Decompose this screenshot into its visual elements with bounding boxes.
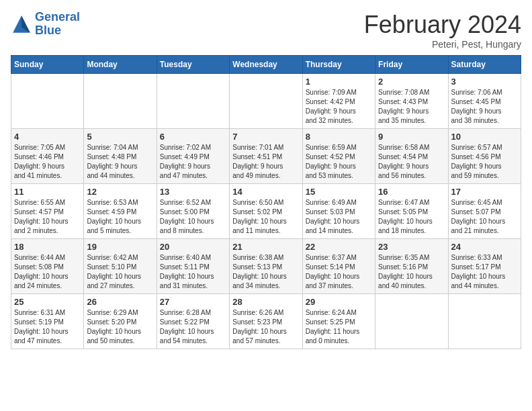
calendar-cell: 25Sunrise: 6:31 AM Sunset: 5:19 PM Dayli…: [11, 294, 84, 349]
calendar-cell: 17Sunrise: 6:45 AM Sunset: 5:07 PM Dayli…: [448, 184, 521, 239]
day-number: 4: [14, 132, 81, 142]
day-info: Sunrise: 7:06 AM Sunset: 4:45 PM Dayligh…: [451, 88, 518, 126]
header-cell-wednesday: Wednesday: [230, 56, 302, 74]
day-number: 11: [14, 187, 81, 197]
calendar-subtitle: Peteri, Pest, Hungary: [364, 39, 521, 50]
calendar-cell: 14Sunrise: 6:50 AM Sunset: 5:02 PM Dayli…: [230, 184, 302, 239]
calendar-cell: [448, 294, 521, 349]
day-number: 3: [451, 77, 518, 87]
day-info: Sunrise: 6:37 AM Sunset: 5:14 PM Dayligh…: [306, 253, 372, 291]
day-info: Sunrise: 6:24 AM Sunset: 5:25 PM Dayligh…: [306, 308, 372, 346]
calendar-cell: 6Sunrise: 7:02 AM Sunset: 4:49 PM Daylig…: [157, 129, 229, 184]
day-info: Sunrise: 6:35 AM Sunset: 5:16 PM Dayligh…: [378, 253, 445, 291]
day-number: 23: [378, 242, 445, 252]
calendar-cell: [375, 294, 448, 349]
calendar-week-1: 1Sunrise: 7:09 AM Sunset: 4:42 PM Daylig…: [11, 74, 521, 129]
calendar-cell: 24Sunrise: 6:33 AM Sunset: 5:17 PM Dayli…: [448, 239, 521, 294]
day-number: 20: [160, 242, 226, 252]
day-number: 27: [160, 297, 226, 307]
day-number: 18: [14, 242, 81, 252]
calendar-cell: 7Sunrise: 7:01 AM Sunset: 4:51 PM Daylig…: [230, 129, 302, 184]
calendar-cell: 5Sunrise: 7:04 AM Sunset: 4:48 PM Daylig…: [84, 129, 157, 184]
calendar-cell: 28Sunrise: 6:26 AM Sunset: 5:23 PM Dayli…: [230, 294, 302, 349]
calendar-cell: 16Sunrise: 6:47 AM Sunset: 5:05 PM Dayli…: [375, 184, 448, 239]
day-number: 10: [451, 132, 518, 142]
day-number: 25: [14, 297, 81, 307]
calendar-cell: 8Sunrise: 6:59 AM Sunset: 4:52 PM Daylig…: [302, 129, 375, 184]
day-info: Sunrise: 6:49 AM Sunset: 5:03 PM Dayligh…: [306, 198, 372, 236]
day-info: Sunrise: 6:28 AM Sunset: 5:22 PM Dayligh…: [160, 308, 226, 346]
day-info: Sunrise: 7:02 AM Sunset: 4:49 PM Dayligh…: [160, 143, 226, 181]
calendar-header: SundayMondayTuesdayWednesdayThursdayFrid…: [11, 56, 521, 74]
calendar-cell: 10Sunrise: 6:57 AM Sunset: 4:56 PM Dayli…: [448, 129, 521, 184]
calendar-table: SundayMondayTuesdayWednesdayThursdayFrid…: [11, 55, 521, 349]
calendar-cell: 18Sunrise: 6:44 AM Sunset: 5:08 PM Dayli…: [11, 239, 84, 294]
day-info: Sunrise: 6:26 AM Sunset: 5:23 PM Dayligh…: [232, 308, 299, 346]
day-info: Sunrise: 6:31 AM Sunset: 5:19 PM Dayligh…: [14, 308, 81, 346]
day-number: 7: [232, 132, 299, 142]
calendar-title: February 2024: [364, 11, 521, 39]
day-number: 15: [306, 187, 372, 197]
day-number: 22: [306, 242, 372, 252]
header-cell-sunday: Sunday: [11, 56, 84, 74]
calendar-cell: 22Sunrise: 6:37 AM Sunset: 5:14 PM Dayli…: [302, 239, 375, 294]
calendar-cell: 9Sunrise: 6:58 AM Sunset: 4:54 PM Daylig…: [375, 129, 448, 184]
calendar-cell: 3Sunrise: 7:06 AM Sunset: 4:45 PM Daylig…: [448, 74, 521, 129]
day-number: 6: [160, 132, 226, 142]
calendar-cell: 19Sunrise: 6:42 AM Sunset: 5:10 PM Dayli…: [84, 239, 157, 294]
logo-icon: [11, 13, 32, 35]
day-info: Sunrise: 6:52 AM Sunset: 5:00 PM Dayligh…: [160, 198, 226, 236]
day-info: Sunrise: 6:38 AM Sunset: 5:13 PM Dayligh…: [232, 253, 299, 291]
title-block: February 2024 Peteri, Pest, Hungary: [364, 11, 521, 50]
page-header: General Blue February 2024 Peteri, Pest,…: [11, 11, 521, 50]
calendar-cell: 4Sunrise: 7:05 AM Sunset: 4:46 PM Daylig…: [11, 129, 84, 184]
day-number: 29: [306, 297, 372, 307]
calendar-cell: 2Sunrise: 7:08 AM Sunset: 4:43 PM Daylig…: [375, 74, 448, 129]
calendar-cell: 29Sunrise: 6:24 AM Sunset: 5:25 PM Dayli…: [302, 294, 375, 349]
day-number: 14: [232, 187, 299, 197]
calendar-cell: 13Sunrise: 6:52 AM Sunset: 5:00 PM Dayli…: [157, 184, 229, 239]
day-info: Sunrise: 6:33 AM Sunset: 5:17 PM Dayligh…: [451, 253, 518, 291]
day-number: 8: [306, 132, 372, 142]
day-number: 19: [87, 242, 153, 252]
header-cell-tuesday: Tuesday: [157, 56, 229, 74]
day-info: Sunrise: 6:50 AM Sunset: 5:02 PM Dayligh…: [232, 198, 299, 236]
day-info: Sunrise: 6:45 AM Sunset: 5:07 PM Dayligh…: [451, 198, 518, 236]
day-number: 24: [451, 242, 518, 252]
calendar-week-2: 4Sunrise: 7:05 AM Sunset: 4:46 PM Daylig…: [11, 129, 521, 184]
calendar-cell: [84, 74, 157, 129]
header-cell-saturday: Saturday: [448, 56, 521, 74]
calendar-cell: 20Sunrise: 6:40 AM Sunset: 5:11 PM Dayli…: [157, 239, 229, 294]
day-info: Sunrise: 6:44 AM Sunset: 5:08 PM Dayligh…: [14, 253, 81, 291]
day-number: 13: [160, 187, 226, 197]
calendar-body: 1Sunrise: 7:09 AM Sunset: 4:42 PM Daylig…: [11, 74, 521, 349]
day-info: Sunrise: 6:53 AM Sunset: 4:59 PM Dayligh…: [87, 198, 153, 236]
calendar-cell: 11Sunrise: 6:55 AM Sunset: 4:57 PM Dayli…: [11, 184, 84, 239]
calendar-cell: [11, 74, 84, 129]
day-info: Sunrise: 6:59 AM Sunset: 4:52 PM Dayligh…: [306, 143, 372, 181]
day-number: 28: [232, 297, 299, 307]
day-number: 1: [306, 77, 372, 87]
day-info: Sunrise: 7:04 AM Sunset: 4:48 PM Dayligh…: [87, 143, 153, 181]
header-row: SundayMondayTuesdayWednesdayThursdayFrid…: [11, 56, 521, 74]
calendar-cell: 1Sunrise: 7:09 AM Sunset: 4:42 PM Daylig…: [302, 74, 375, 129]
calendar-cell: 12Sunrise: 6:53 AM Sunset: 4:59 PM Dayli…: [84, 184, 157, 239]
logo-text: General Blue: [35, 11, 80, 38]
day-info: Sunrise: 6:40 AM Sunset: 5:11 PM Dayligh…: [160, 253, 226, 291]
calendar-cell: [157, 74, 229, 129]
day-info: Sunrise: 7:09 AM Sunset: 4:42 PM Dayligh…: [306, 88, 372, 126]
calendar-cell: 23Sunrise: 6:35 AM Sunset: 5:16 PM Dayli…: [375, 239, 448, 294]
calendar-cell: 27Sunrise: 6:28 AM Sunset: 5:22 PM Dayli…: [157, 294, 229, 349]
header-cell-friday: Friday: [375, 56, 448, 74]
day-number: 9: [378, 132, 445, 142]
day-info: Sunrise: 6:47 AM Sunset: 5:05 PM Dayligh…: [378, 198, 445, 236]
day-info: Sunrise: 6:58 AM Sunset: 4:54 PM Dayligh…: [378, 143, 445, 181]
day-info: Sunrise: 6:57 AM Sunset: 4:56 PM Dayligh…: [451, 143, 518, 181]
calendar-week-5: 25Sunrise: 6:31 AM Sunset: 5:19 PM Dayli…: [11, 294, 521, 349]
header-cell-thursday: Thursday: [302, 56, 375, 74]
day-number: 2: [378, 77, 445, 87]
day-number: 16: [378, 187, 445, 197]
day-number: 5: [87, 132, 153, 142]
calendar-cell: 21Sunrise: 6:38 AM Sunset: 5:13 PM Dayli…: [230, 239, 302, 294]
day-info: Sunrise: 7:01 AM Sunset: 4:51 PM Dayligh…: [232, 143, 299, 181]
